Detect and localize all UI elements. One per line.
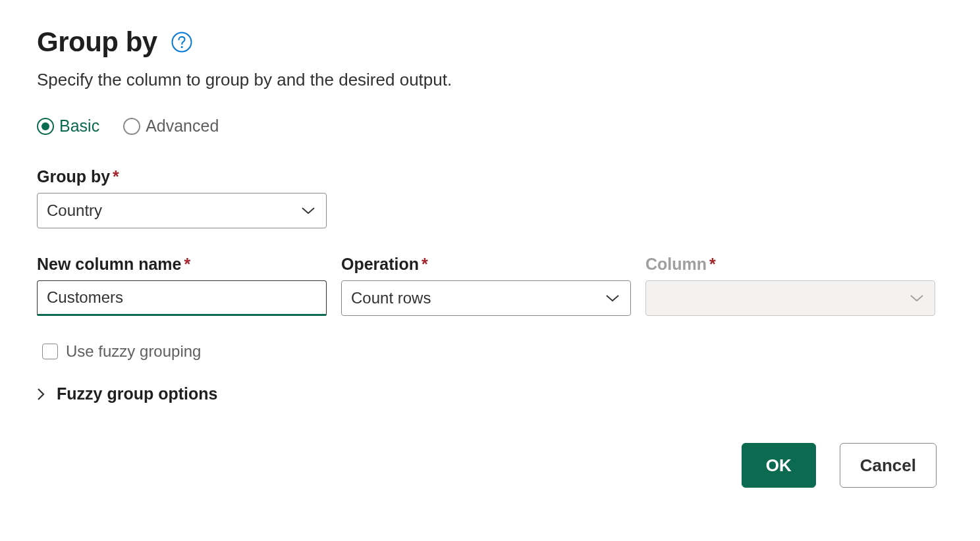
cancel-button[interactable]: Cancel (840, 443, 937, 488)
chevron-down-icon (910, 294, 924, 303)
operation-label: Operation* (341, 255, 631, 274)
operation-select[interactable]: Count rows (341, 280, 631, 316)
radio-unselected-icon (123, 118, 140, 135)
mode-radio-group: Basic Advanced (37, 116, 943, 136)
chevron-down-icon (605, 294, 620, 303)
groupby-label: Group by* (37, 167, 943, 186)
required-indicator: * (422, 255, 428, 273)
new-column-input[interactable] (37, 280, 327, 316)
svg-point-1 (180, 46, 182, 48)
help-icon[interactable] (171, 31, 193, 53)
required-indicator: * (709, 255, 716, 273)
dialog-subtitle: Specify the column to group by and the d… (37, 70, 943, 90)
operation-value: Count rows (351, 289, 431, 307)
dialog-title: Group by (37, 26, 157, 58)
radio-selected-icon (37, 118, 54, 135)
fuzzy-checkbox-label: Use fuzzy grouping (66, 342, 201, 361)
radio-basic-label: Basic (59, 116, 99, 136)
chevron-right-icon (37, 388, 45, 401)
required-indicator: * (184, 255, 191, 273)
radio-advanced-label: Advanced (146, 116, 219, 136)
new-column-field: New column name* (37, 255, 327, 316)
radio-basic[interactable]: Basic (37, 116, 99, 136)
column-label: Column* (645, 255, 935, 274)
checkbox-unchecked-icon (42, 344, 58, 359)
dialog-footer: OK Cancel (37, 443, 943, 488)
title-row: Group by (37, 26, 943, 58)
required-indicator: * (113, 167, 119, 186)
output-row: New column name* Operation* Count rows C… (37, 255, 943, 316)
group-by-dialog: Group by Specify the column to group by … (0, 0, 980, 514)
fuzzy-options-label: Fuzzy group options (57, 384, 217, 403)
chevron-down-icon (301, 206, 315, 215)
groupby-select[interactable]: Country (37, 193, 327, 228)
column-select (645, 280, 935, 316)
groupby-field: Group by* Country (37, 167, 943, 228)
fuzzy-options-expander[interactable]: Fuzzy group options (37, 384, 943, 403)
ok-button[interactable]: OK (742, 443, 816, 488)
column-field: Column* (645, 255, 935, 316)
radio-advanced[interactable]: Advanced (123, 116, 219, 136)
groupby-value: Country (47, 201, 102, 220)
svg-point-0 (172, 33, 191, 52)
new-column-label: New column name* (37, 255, 327, 274)
operation-field: Operation* Count rows (341, 255, 631, 316)
fuzzy-grouping-checkbox[interactable]: Use fuzzy grouping (42, 342, 943, 361)
